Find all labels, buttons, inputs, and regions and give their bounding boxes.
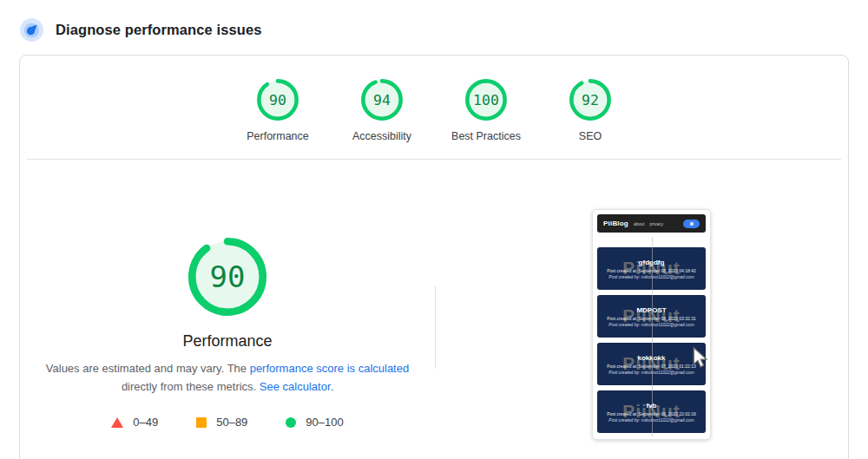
performance-score-value: 90 [187, 236, 268, 318]
category-score-item[interactable]: 100 Best Practices [434, 78, 538, 142]
report-card: 90 Performance 94 Accessibility 100 Best… [19, 55, 849, 459]
see-calculator-link[interactable]: See calculator. [260, 380, 333, 393]
thumbnail-navbar: PiiBlog about privacy [597, 214, 706, 233]
description-text: Values are estimated and may vary. The [46, 362, 250, 375]
thumbnail-nav-about: about [634, 221, 645, 226]
legend-shape-icon [196, 417, 207, 428]
category-score-value: 100 [464, 78, 508, 121]
legend-range-label: 90–100 [306, 416, 343, 429]
legend-item: 0–49 [111, 416, 158, 429]
category-gauge: 92 [569, 78, 612, 121]
performance-title: Performance [182, 332, 272, 351]
category-score-label: Best Practices [451, 130, 521, 142]
button-glyph [690, 222, 694, 226]
category-score-label: SEO [579, 130, 602, 142]
legend-item: 90–100 [286, 416, 343, 429]
thumbnail-center-line [652, 237, 653, 436]
description-text: directly from these metrics. [122, 380, 260, 393]
thumbnail-login-button [683, 220, 700, 228]
score-legend: 0–49 50–89 90–100 [111, 416, 343, 429]
score-description: Values are estimated and may vary. The p… [34, 359, 421, 396]
performance-detail-section: 90 Performance Values are estimated and … [20, 160, 848, 440]
performance-summary-column: 90 Performance Values are estimated and … [20, 160, 435, 429]
score-calculation-link[interactable]: performance score is calculated [250, 362, 410, 375]
performance-gauge: 90 [187, 236, 268, 318]
category-gauge: 90 [256, 78, 299, 121]
category-score-item[interactable]: 94 Accessibility [330, 78, 434, 142]
legend-range-label: 0–49 [133, 416, 158, 429]
page-title: Diagnose performance issues [56, 22, 261, 38]
category-gauge: 94 [360, 78, 404, 121]
legend-shape-icon [286, 417, 296, 428]
page-screenshot-thumbnail[interactable]: PiiBlog about privacy PiiNut gfdgdfg Pos… [592, 209, 711, 440]
category-scores-row: 90 Performance 94 Accessibility 100 Best… [20, 78, 848, 142]
category-score-value: 90 [256, 78, 299, 121]
category-score-label: Performance [247, 130, 309, 142]
category-score-item[interactable]: 90 Performance [226, 78, 330, 142]
category-score-value: 92 [569, 78, 612, 121]
thumbnail-post-list: PiiNut gfdgdfg Post created at: Septembe… [597, 247, 706, 433]
pagespeed-icon [19, 17, 44, 43]
thumbnail-brand: PiiBlog [603, 220, 628, 227]
category-score-label: Accessibility [352, 130, 411, 142]
legend-shape-icon [111, 417, 123, 428]
screenshot-area: PiiBlog about privacy PiiNut gfdgdfg Pos… [436, 160, 848, 440]
legend-item: 50–89 [196, 416, 247, 429]
category-score-item[interactable]: 92 SEO [538, 78, 642, 142]
category-score-value: 94 [360, 78, 404, 121]
category-gauge: 100 [464, 78, 508, 121]
mouse-cursor-icon [692, 347, 710, 368]
section-header: Diagnose performance issues [19, 17, 261, 43]
page: Diagnose performance issues 90 Performan… [0, 0, 868, 459]
thumbnail-nav-privacy: privacy [649, 221, 663, 226]
legend-range-label: 50–89 [216, 416, 247, 429]
